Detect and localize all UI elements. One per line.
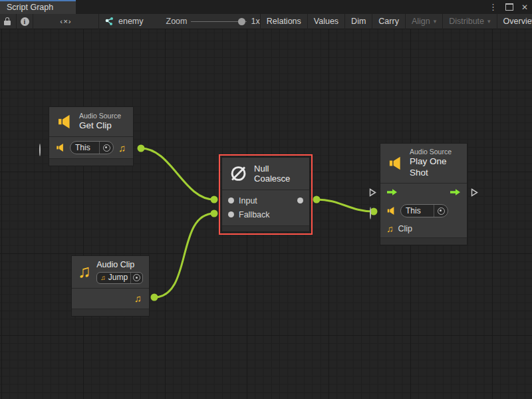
port-row-clip: ♫ Clip — [380, 221, 467, 237]
graph-breadcrumb[interactable]: enemy — [104, 17, 144, 26]
node-footer — [380, 237, 467, 245]
close-icon[interactable]: ✕ — [521, 3, 528, 11]
relations-label: Relations — [267, 17, 301, 26]
edit-graph-button[interactable]: ‹×› — [33, 14, 98, 29]
lock-icon — [4, 17, 12, 25]
zoom-slider-handle[interactable] — [238, 18, 245, 25]
node-body: This ♫ Clip — [380, 184, 467, 237]
node-footer — [222, 225, 309, 231]
this-field[interactable]: This — [400, 204, 448, 217]
this-field[interactable]: This — [70, 141, 114, 154]
null-coalesce-icon — [229, 163, 248, 184]
input-port[interactable] — [228, 198, 234, 203]
carry-label: Carry — [378, 17, 399, 26]
input-port-this[interactable] — [39, 144, 41, 156]
audio-clip-icon: ♫ — [78, 263, 91, 281]
node-get-clip[interactable]: Audio Source Get Clip This ♫ — [49, 106, 134, 166]
carry-button[interactable]: Carry — [372, 14, 405, 29]
relations-button[interactable]: Relations — [261, 14, 307, 29]
info-icon: i — [21, 17, 29, 26]
dim-button[interactable]: Dim — [345, 14, 372, 29]
connection-dot[interactable] — [138, 145, 145, 152]
object-picker-icon[interactable] — [99, 142, 113, 154]
music-note-icon: ♫ — [100, 275, 106, 281]
node-title: Play One Shot — [410, 156, 460, 179]
align-dropdown[interactable]: Align ▾ — [406, 14, 442, 29]
input-port-this[interactable] — [370, 207, 371, 219]
node-footer — [49, 158, 133, 166]
dim-label: Dim — [351, 17, 366, 26]
zoom-value: 1x — [251, 17, 259, 26]
audio-clip-port-icon[interactable]: ♫ — [118, 143, 126, 153]
overview-label: Overview — [503, 17, 532, 26]
distribute-dropdown[interactable]: Distribute ▾ — [443, 14, 496, 29]
graph-icon — [104, 17, 114, 26]
maximize-icon[interactable] — [505, 3, 513, 11]
node-null-coalesce[interactable]: Null Coalesce Input Fallback — [221, 157, 310, 232]
port-row-this: This ♫ — [49, 137, 133, 158]
flow-in-arrow-icon[interactable] — [386, 188, 398, 196]
node-audio-clip[interactable]: ♫ Audio Clip ♫ Jump ♫ — [71, 255, 150, 317]
audio-source-icon — [55, 143, 65, 152]
zoom-label: Zoom — [166, 17, 188, 26]
variables-icon: ‹×› — [60, 17, 71, 25]
flow-in-port[interactable] — [369, 188, 376, 197]
overview-button[interactable]: Overview — [497, 14, 532, 29]
node-play-one-shot[interactable]: Audio Source Play One Shot — [380, 143, 467, 245]
result-output-port[interactable] — [297, 198, 303, 203]
audio-clip-port-icon: ♫ — [386, 224, 394, 233]
audio-clip-output-icon[interactable]: ♫ — [134, 293, 142, 303]
connection-dot[interactable] — [151, 294, 158, 301]
node-body: This ♫ — [49, 137, 133, 158]
window-controls: ⋮ ✕ — [489, 0, 528, 14]
zoom-slider[interactable] — [191, 14, 247, 29]
toolbar: i ‹×› enemy Zoom 1x Relations Value — [0, 14, 532, 29]
window-menu-icon[interactable]: ⋮ — [489, 3, 497, 11]
inspect-button[interactable]: i — [17, 14, 33, 29]
graph-canvas[interactable]: Audio Source Get Clip This ♫ — [0, 29, 532, 399]
node-title: Audio Clip — [96, 260, 143, 271]
caret-down-icon: ▾ — [487, 18, 491, 25]
tab-script-graph[interactable]: Script Graph — [0, 0, 76, 14]
node-subtitle: Audio Source — [79, 112, 121, 120]
node-footer — [72, 309, 149, 316]
distribute-label: Distribute — [449, 17, 484, 26]
input-label: Input — [239, 196, 257, 205]
toolbar-separator — [98, 14, 99, 29]
values-label: Values — [314, 17, 338, 26]
flow-out-port[interactable] — [471, 188, 478, 197]
connection-dot[interactable] — [211, 196, 218, 203]
node-title: Null Coalesce — [254, 164, 303, 184]
edge-getclip-to-input[interactable] — [141, 148, 214, 200]
edge-output-to-clip[interactable] — [317, 200, 374, 211]
audio-source-icon — [386, 206, 396, 215]
node-body: ♫ — [72, 289, 149, 309]
node-header: ♫ Audio Clip ♫ Jump — [72, 256, 149, 289]
connection-dot[interactable] — [211, 210, 218, 217]
this-field-value: This — [75, 143, 96, 152]
port-row-output: ♫ — [72, 289, 149, 309]
audio-source-icon — [387, 156, 404, 171]
values-button[interactable]: Values — [308, 14, 344, 29]
fallback-port[interactable] — [228, 211, 234, 217]
tab-label: Script Graph — [7, 3, 53, 12]
node-header: Null Coalesce — [222, 158, 309, 190]
clip-value-field[interactable]: ♫ Jump — [96, 272, 143, 284]
caret-down-icon: ▾ — [434, 18, 437, 25]
object-picker-icon[interactable] — [130, 273, 142, 283]
fallback-label: Fallback — [239, 210, 270, 219]
node-body: Input Fallback — [222, 190, 309, 225]
flow-out-arrow-icon[interactable] — [450, 188, 461, 196]
node-title: Get Clip — [79, 120, 121, 132]
connection-dot[interactable] — [370, 208, 378, 215]
object-picker-icon[interactable] — [434, 205, 448, 217]
edge-audioclip-to-fallback[interactable] — [154, 213, 214, 297]
script-graph-window: Script Graph ⋮ ✕ i ‹×› — [0, 0, 532, 399]
lock-button[interactable] — [0, 14, 16, 29]
node-header: Audio Source Get Clip — [49, 107, 133, 137]
align-label: Align — [412, 17, 430, 26]
audio-source-icon — [56, 114, 73, 130]
graph-name: enemy — [118, 17, 144, 26]
connection-dot[interactable] — [313, 196, 321, 203]
node-header: Audio Source Play One Shot — [380, 144, 467, 184]
